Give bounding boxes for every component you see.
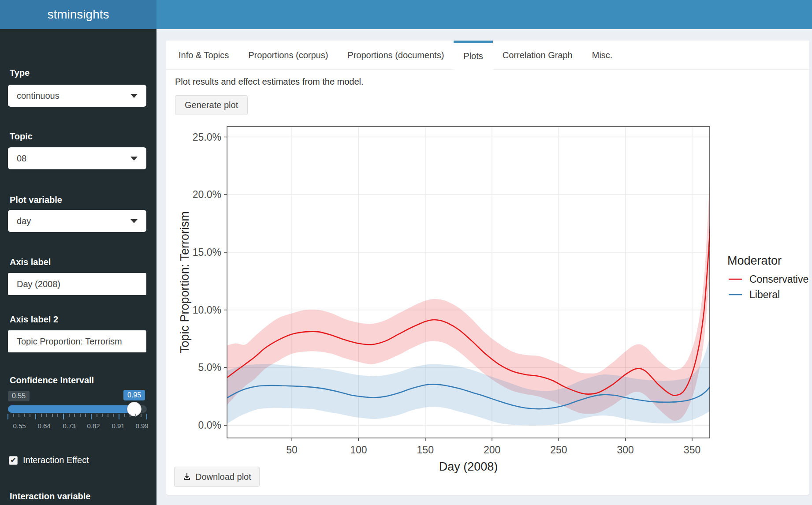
type-select-value: continuous — [17, 91, 60, 101]
confidence-slider-bar — [8, 405, 134, 413]
app-title: stminsights — [47, 7, 109, 22]
topic-select[interactable]: 08 — [8, 147, 146, 169]
sidebar: Type continuous Topic 08 Plot variable d… — [0, 29, 156, 505]
interaction-effect-checkbox-row[interactable]: ✔ Interaction Effect — [9, 455, 89, 465]
plots-description: Plot results and effect estimates from t… — [175, 77, 364, 87]
generate-plot-label: Generate plot — [185, 100, 238, 110]
type-select[interactable]: continuous — [8, 85, 146, 107]
slider-tick-label: 0.73 — [63, 422, 75, 430]
generate-plot-button[interactable]: Generate plot — [175, 95, 248, 115]
slider-tick-label: 0.64 — [37, 422, 50, 430]
main-tab-panel: Info & Topics Proportions (corpus) Propo… — [166, 41, 809, 495]
chevron-down-icon — [130, 94, 138, 98]
tab-correlation-graph[interactable]: Correlation Graph — [493, 41, 582, 70]
axis-label2-label: Axis label 2 — [10, 314, 58, 325]
checkbox-checked-icon[interactable]: ✔ — [9, 456, 18, 465]
type-label: Type — [10, 68, 30, 78]
axis-label2-input[interactable] — [8, 330, 146, 352]
chevron-down-icon — [130, 219, 138, 223]
top-navbar — [156, 0, 812, 29]
tab-proportions-documents[interactable]: Proportions (documents) — [338, 41, 454, 70]
confidence-slider-track[interactable] — [8, 405, 147, 413]
interaction-variable-label: Interaction variable — [10, 491, 90, 501]
axis-label-input[interactable] — [8, 273, 146, 295]
slider-min-badge: 0.55 — [8, 391, 30, 401]
chevron-down-icon — [130, 157, 138, 161]
tab-bar: Info & Topics Proportions (corpus) Propo… — [166, 41, 809, 70]
tab-plots[interactable]: Plots — [454, 41, 492, 70]
plot-variable-select[interactable]: day — [8, 210, 146, 232]
confidence-interval-label: Confidence Intervall — [10, 375, 94, 385]
topic-label: Topic — [10, 131, 33, 142]
tab-misc[interactable]: Misc. — [582, 41, 622, 70]
topic-select-value: 08 — [17, 153, 26, 164]
download-plot-label: Download plot — [195, 472, 251, 482]
plot-variable-label: Plot variable — [10, 195, 62, 205]
slider-tick-labels: 0.55 0.64 0.73 0.82 0.91 0.99 — [8, 422, 147, 431]
sidebar-toggle-button[interactable] — [161, 5, 182, 24]
tab-proportions-corpus[interactable]: Proportions (corpus) — [238, 41, 338, 70]
app-logo: stminsights — [0, 0, 156, 29]
plot-variable-select-value: day — [17, 216, 31, 226]
slider-tick-grid — [8, 414, 147, 420]
tab-info-topics[interactable]: Info & Topics — [169, 41, 238, 70]
slider-tick-label: 0.99 — [135, 422, 148, 430]
slider-tick-label: 0.82 — [87, 422, 100, 430]
slider-value-badge: 0.95 — [123, 390, 145, 400]
slider-tick-label: 0.55 — [13, 422, 26, 430]
header: stminsights — [0, 0, 812, 29]
download-icon — [183, 472, 191, 481]
slider-tick-label: 0.91 — [112, 422, 124, 430]
axis-label-label: Axis label — [10, 257, 51, 267]
download-plot-button[interactable]: Download plot — [174, 467, 260, 487]
interaction-effect-label: Interaction Effect — [23, 455, 89, 465]
